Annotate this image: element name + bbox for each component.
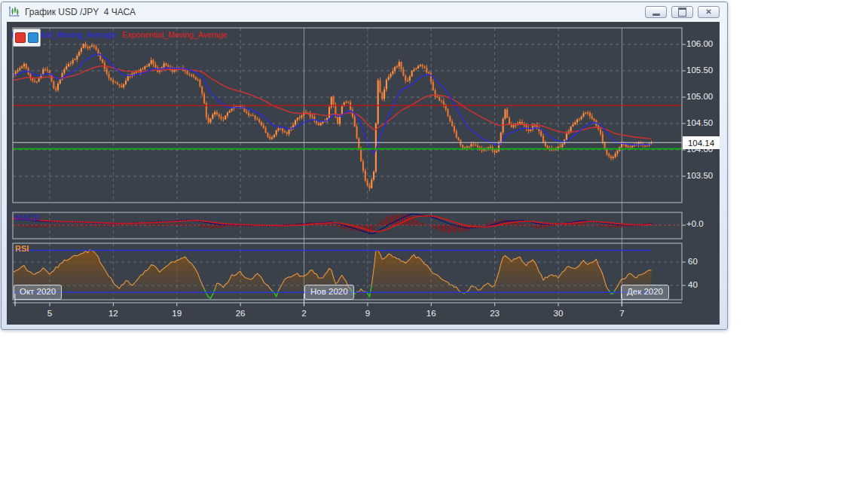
axis-tick-label: 5 xyxy=(41,309,58,318)
month-label-oct: Окт 2020 xyxy=(14,285,62,300)
axis-tick-label: 106.00 xyxy=(686,39,713,48)
axis-tick-label: 26 xyxy=(232,309,249,318)
minimize-icon xyxy=(653,14,660,16)
axis-tick-label: +0.0 xyxy=(686,219,704,228)
axis-tick-label: 30 xyxy=(550,309,567,318)
axis-tick-label: 105.00 xyxy=(686,92,713,101)
axis-tick-label: 9 xyxy=(359,309,376,318)
maximize-icon xyxy=(678,8,686,17)
close-icon: ✕ xyxy=(705,8,711,16)
chart-window: График USD /JPY 4 ЧАСА ✕ Exponential_Mov… xyxy=(1,2,728,330)
legend-color-chips[interactable] xyxy=(13,29,41,47)
axis-tick-label: 19 xyxy=(169,309,185,318)
axis-tick-label: 60 xyxy=(688,257,698,266)
axis-tick-label: 7 xyxy=(613,309,630,318)
month-label-nov: Нов 2020 xyxy=(304,285,354,300)
axis-tick-label: 12 xyxy=(105,309,121,318)
desktop-background: { "window": { "title": "График USD /JPY … xyxy=(0,0,868,488)
chart-client-area: Exponential_Moving_Average Exponential_M… xyxy=(7,22,720,325)
axis-tick-label: 103.50 xyxy=(686,171,713,180)
axis-tick-label: 2 xyxy=(296,309,313,318)
current-price-tag: 104.14 xyxy=(683,136,720,149)
rsi-panel-label: RSI xyxy=(15,244,29,253)
chart-app-icon xyxy=(8,6,20,18)
ema-slow-legend-label: Exponential_Moving_Average xyxy=(122,30,227,39)
macd-panel-label: MACD xyxy=(15,213,40,222)
axis-tick-label: 40 xyxy=(688,280,698,289)
close-button[interactable]: ✕ xyxy=(698,6,720,18)
axis-tick-label: 104.50 xyxy=(686,118,713,127)
window-title: График USD /JPY 4 ЧАСА xyxy=(25,7,136,17)
ema-fast-color-chip[interactable] xyxy=(28,32,38,43)
minimize-button[interactable] xyxy=(645,6,667,18)
axis-tick-label: 16 xyxy=(423,309,439,318)
window-titlebar[interactable]: График USD /JPY 4 ЧАСА ✕ xyxy=(2,2,727,22)
axis-tick-label: 23 xyxy=(487,309,503,318)
axis-tick-label: 105.50 xyxy=(686,66,713,75)
maximize-button[interactable] xyxy=(671,6,693,18)
chart-canvas[interactable] xyxy=(7,22,720,325)
ema-slow-color-chip[interactable] xyxy=(15,32,26,43)
month-label-dec: Дек 2020 xyxy=(621,285,669,300)
